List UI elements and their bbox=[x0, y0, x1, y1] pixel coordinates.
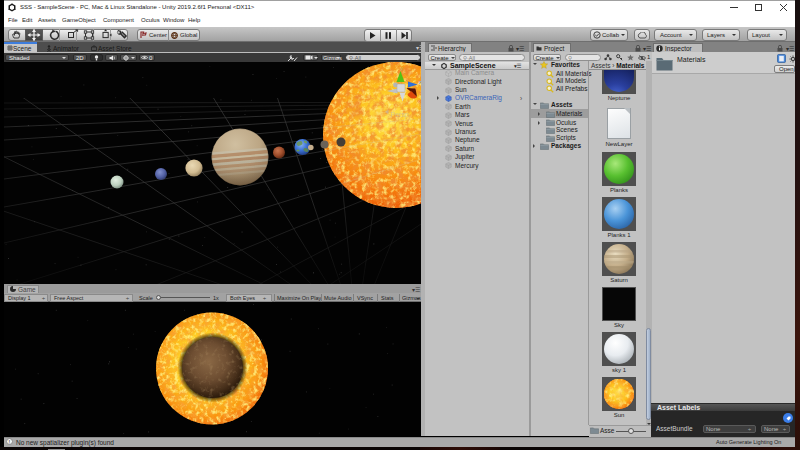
svg-text:Persp: Persp bbox=[391, 111, 409, 119]
svg-text:y: y bbox=[400, 65, 403, 71]
